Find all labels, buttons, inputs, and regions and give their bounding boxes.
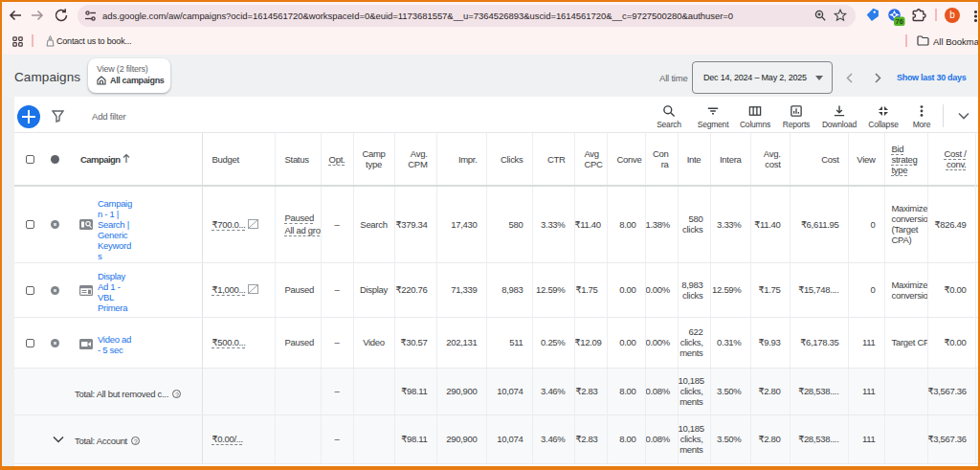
svg-text:76: 76 [896,17,903,26]
